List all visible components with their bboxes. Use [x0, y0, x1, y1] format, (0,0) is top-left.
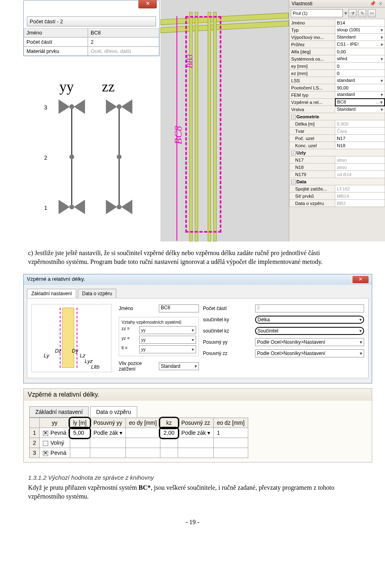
pzz-select[interactable]: Podle Ocel>Nosníky>Nastavení▾ — [255, 349, 364, 357]
pyy-select[interactable]: Podle Ocel>Nosníky>Nastavení▾ — [255, 338, 364, 346]
num-2: 2 — [44, 154, 47, 161]
label-yy: yy — [59, 78, 74, 95]
yz-select[interactable]: yy▾ — [139, 336, 196, 344]
close-icon[interactable]: ✕ — [353, 276, 369, 283]
props-combo[interactable] — [291, 9, 343, 17]
num-1: 1 — [44, 205, 47, 211]
jmeno-input[interactable]: BC8 — [159, 304, 199, 312]
close-icon[interactable]: ✕ — [379, 1, 383, 6]
row-value[interactable]: 2 — [88, 37, 159, 47]
row-value[interactable]: Ocel, dřevo, další — [88, 47, 159, 56]
section-heading: 1.3.1.2 Výchozí hodnota ze správce z kni… — [28, 474, 357, 482]
lt-select[interactable]: yy▾ — [139, 345, 196, 353]
pin-icon[interactable]: 📌 — [370, 1, 376, 6]
props-title: Vlastnosti — [292, 1, 312, 6]
kz-select[interactable]: Součinitel▾ — [255, 327, 364, 335]
dialog-data-vzperu: Vzpěrné a relativní délky. Základní nast… — [23, 388, 372, 462]
ky-select[interactable]: Délka▾ — [255, 316, 364, 324]
num-3: 3 — [44, 104, 47, 111]
yy-zz-diagram: yy zz — [23, 70, 160, 99]
label-bb3: BB3 — [185, 55, 195, 68]
tab-zakladni[interactable]: Základní nastavení — [29, 406, 89, 418]
filter-icon[interactable]: ⧩ — [349, 9, 357, 17]
viewport-3d[interactable]: BC8 BB3 — [160, 0, 289, 241]
row-label: Materiál prvku — [24, 47, 88, 56]
row-label: Jméno — [24, 28, 88, 37]
row-value[interactable]: BC8 — [88, 28, 159, 37]
tab-data-vzperu[interactable]: Data o vzpěru — [78, 289, 117, 298]
pocet-input: 2 — [255, 304, 364, 312]
page-number: - 19 - — [0, 519, 385, 526]
tab-data-vzperu[interactable]: Data o vzpěru — [90, 406, 137, 418]
dialog-vzperne-delky: Vzpěrné a relativní délky. ✕ Základní na… — [23, 274, 372, 383]
vliv-select[interactable]: Standard▾ — [159, 362, 199, 370]
label-zz: zz — [102, 78, 115, 95]
edit-icon[interactable]: ✏ — [368, 9, 376, 17]
row-label: Počet částí — [24, 37, 88, 47]
close-icon[interactable]: ✕ — [138, 0, 157, 8]
tab-zakladni[interactable]: Základní nastavení — [27, 289, 76, 298]
paragraph-c: c) Jestliže jste ještě nastavili, že si … — [28, 249, 357, 266]
zz-select[interactable]: yy▾ — [139, 326, 196, 334]
preview-column: Ly Dz Dy Lz Lyz Lltb — [31, 304, 111, 372]
properties-panel: Vlastnosti 📌 ✕ ▾ ⧩ ✎ ✏ JménoB14Typsloup … — [289, 0, 385, 241]
wand-icon[interactable]: ✎ — [358, 9, 366, 17]
paragraph: Když je prutu přiřazen vzpěrnostní systé… — [28, 483, 357, 501]
dlg3-title: Vzpěrné a relativní délky. — [24, 389, 372, 401]
dialog-pocet-casti: ✕ Počet částí - 2 Jméno BC8 Počet částí … — [23, 0, 160, 56]
label-bc8: BC8 — [172, 126, 184, 144]
dialog-title: Počet částí - 2 — [27, 16, 156, 26]
dlg2-title: Vzpěrné a relativní délky. — [27, 276, 85, 283]
